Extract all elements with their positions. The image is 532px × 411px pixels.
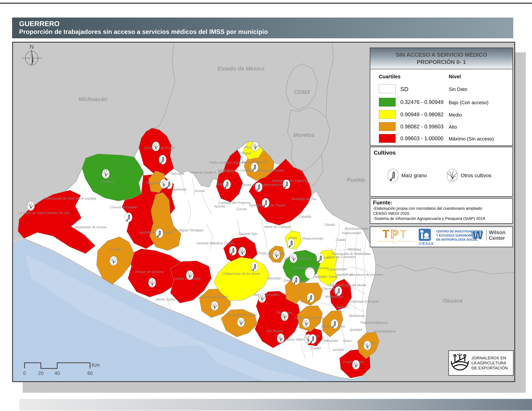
wilson-center-logo: W W Wilson Center [471,229,505,241]
maiz-grano-icon [307,293,314,302]
maiz-grano-icon [255,182,262,192]
footer-gradient-bar [19,399,532,411]
wilson-text: Wilson Center [489,230,505,241]
maiz-grano-icon [125,213,132,222]
north-label: N [30,44,34,50]
map-title: GUERRERO [19,20,513,28]
tpt-letter-t2: T [399,227,408,240]
otros-cultivos-icon [352,360,360,369]
page-top-rule [0,3,532,4]
municipality-label: San Marcos [266,329,283,333]
maiz-grano-icon [251,262,258,271]
municipality-label: Iliatenco [337,305,349,309]
municipality-label: Pedro Ascencio Alquisiras [209,161,247,164]
tpt-wordmark: TPT [377,228,413,240]
jornaleros-text: JORNALEROS EN LA AGRICULTURA DE EXPORTAC… [471,355,508,371]
legend-range-medio: 0.90949 - 0.98082 [400,112,444,118]
legend-range-alto: 0.98082 - 0.99603 [400,123,444,130]
maiz-grano-icon [229,246,237,255]
maiz-grano-icon [159,155,166,164]
otros-cultivos-icon [110,256,117,266]
crop-label-maiz: Maíz grano [401,173,427,178]
maiz-grano-icon [156,229,163,238]
municipality-label: Cuetzala del Progreso [218,201,250,205]
state-label: CDMX [294,89,311,95]
wilson-line-2: Center [489,235,505,241]
municipality-label: Zihuatanejo de Azueta [74,225,106,229]
municipality-label: Florencio Villarreal [281,338,308,341]
maiz-grano-icon [165,180,172,189]
municipality-label: Xochihuehuetlán [344,227,369,231]
legend-swatch-maximo [379,134,396,143]
title-bar: GUERRERO Proporción de trabajadores sin … [12,18,513,38]
maiz-grano-icon [223,180,231,189]
maiz-grano-icon [251,163,258,172]
scale-tick-40: 40 [55,371,60,376]
legend-level-bajo: Bajo (Con acceso) [449,100,488,105]
jornaleros-line-1: JORNALEROS EN [471,355,508,360]
municipality-label: Cualác [336,238,346,242]
municipality-label: Tlalixtaquilla de Maldonado [331,252,370,256]
municipality-label: Tixtla de Guerrero [259,252,285,255]
legend-swatch-sd [379,84,396,93]
tpt-logo: TPT EVALUACIÓN Y PROYECTOS S.C. [377,228,413,244]
source-line-3: -Sistema de Información Agropecuaria y P… [373,216,513,221]
legend-row-medio: 0.90949 - 0.98082 Medio [370,110,513,120]
municipality-label: Coyuca de Catalán [110,206,138,209]
municipality-label: Tlapehuala [170,188,186,191]
page: { "title":{"line1":"GUERRERO","line2":"P… [0,0,532,411]
ciesas-icon [419,229,431,241]
map-subtitle: Proporción de trabajadores sin acceso a … [19,28,513,36]
source-panel: Fuente: -Elaboración propia con microdat… [370,198,513,224]
otros-cultivos-icon [102,169,110,178]
municipality-label: San Miguel Totolapan [172,228,204,232]
municipality-label: Cocula [236,207,247,211]
otros-cultivos-icon [364,341,371,350]
municipality-label: Tlapa de Comonfort [327,255,356,259]
municipality-label: La Unión de Isidoro Montes de Oca [18,211,70,215]
crops-heading: Cultivos [374,149,513,156]
legend-swatch-alto [379,122,396,131]
otros-cultivos-icon [238,247,246,256]
legend-row-bajo: 0.32476 - 0.90949 Bajo (Con acceso) [370,98,513,107]
legend-row-sd: SD Sin Dato [370,84,513,94]
municipality-label: Tlacoapa [322,287,335,290]
municipality-label: Mártir de Cuilapan [265,225,291,229]
municipality-label: Acapulco de Juárez [228,313,257,317]
state-label: Oaxaca [443,298,463,304]
crops-panel: Cultivos Maíz grano Otros cultivos [370,147,513,197]
otros-cultivos-icon [211,301,218,311]
municipality-label: Tlalchapa [170,172,184,176]
legend-panel: SIN ACCESO A SERVICIO MÉDICO PROPORCIÓN … [370,47,513,146]
municipality-label: Malinaltepec [325,295,343,299]
jornaleros-line-3: DE EXPORTACIÓN [471,365,508,371]
otros-cultivos-icon [148,278,156,287]
tpt-subtitle: EVALUACIÓN Y PROYECTOS S.C. [377,240,413,244]
municipality-label: Zirándaro [100,180,114,184]
legend-level-sd: Sin Dato [449,86,467,92]
municipality-label: Ayutla de los Libres [294,316,323,320]
ciesas-name: CIESAS [419,242,434,246]
legend-title-line2: PROPORCIÓN 0- 1 [370,58,513,66]
legend-header: SIN ACCESO A SERVICIO MÉDICO PROPORCIÓN … [370,48,513,69]
municipality-label: Técpan de Galeana [135,270,164,274]
maiz-grano-icon [331,319,338,329]
legend-range-bajo: 0.32476 - 0.90949 [400,99,444,105]
jornaleros-logo-box: JORNALEROS EN LA AGRICULTURA DE EXPORTAC… [448,350,514,376]
municipality-label: Benito Juárez [156,298,176,301]
municipality-label: Huamuxtitlán [342,231,361,235]
legend-col-level: Nivel [449,74,461,80]
municipality-label: Juan R. Escudero [253,293,280,297]
municipality-label: Copanatoyac [327,268,347,271]
maiz-grano-icon [287,239,295,248]
otros-cultivos-icon [446,168,458,183]
otros-cultivos-icon [237,318,245,327]
source-line-2: CENSO INEGI 2020. [373,211,513,216]
municipality-label: Cochoapa el Grande [349,300,379,303]
otros-cultivos-icon [277,334,284,343]
municipality-label: Olinalá [324,223,335,226]
legend-col-quartiles: Cuartiles [379,74,400,80]
maiz-grano-icon [283,180,290,189]
municipality-label: Coahuayutla de José María Izazaga [44,197,96,200]
maiz-grano-icon [316,254,324,263]
